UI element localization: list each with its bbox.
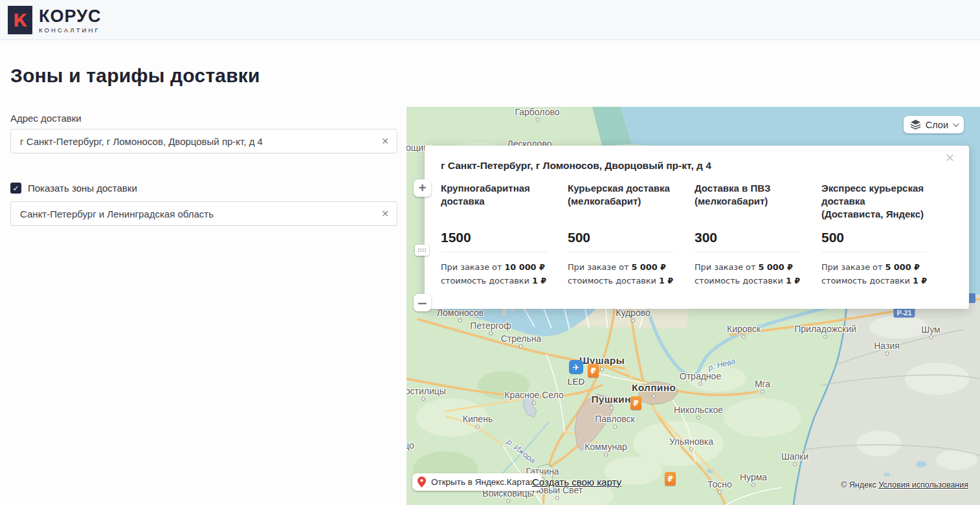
tariff-column-courier: Курьерская доставка (мелкогабарит) 500 П…	[568, 182, 695, 287]
map-label-garbolovo: Гарболово	[515, 107, 559, 117]
map-label-kipen: Кипень	[463, 414, 493, 424]
address-label: Адрес доставки	[10, 113, 397, 124]
map-label-mga: Мга	[755, 379, 770, 389]
region-field-wrap: ✕	[10, 201, 397, 226]
open-in-yandex-button[interactable]: Открыть в Яндекс.Картах	[412, 473, 542, 491]
tariff-price: 300	[695, 230, 821, 245]
map-label-pushkin: Пушкин	[591, 394, 630, 405]
logo-subtitle: КОНСАЛТИНГ	[39, 27, 101, 34]
map-label-strelna: Стрельна	[501, 333, 542, 344]
tariff-column-pickup: Доставка в ПВЗ (мелкогабарит) 300 При за…	[695, 182, 821, 287]
drag-dots-icon	[418, 248, 427, 252]
map-label-nikolskoe: Никольское	[674, 405, 723, 415]
tariff-column-bulky: Крупногабаритная доставка 1500 При заказ…	[441, 182, 568, 287]
map-label-pavlovsk: Павловск	[595, 414, 634, 424]
yandex-pin-icon	[418, 477, 426, 488]
delivery-panel: Зоны и тарифы доставки Адрес доставки ✕ …	[10, 65, 397, 226]
threshold-value: 5 000 ₽	[631, 262, 665, 272]
map-label-priladozhsky: Приладожский	[794, 324, 856, 334]
create-map-link[interactable]: Создать свою карту	[532, 477, 621, 488]
airport-code-label: LED	[568, 377, 585, 387]
show-zones-label: Показать зоны доставки	[28, 183, 137, 194]
plus-icon: +	[419, 181, 427, 196]
layers-icon	[910, 120, 921, 129]
map-label-gostilitsy: Гостилицы	[406, 386, 446, 396]
tariff-note: При заказе от 5 000 ₽ стоимость доставки…	[695, 260, 821, 287]
map-label-ulyanovka: Ульяновка	[669, 436, 713, 447]
map-label-shushary: Шушары	[579, 355, 625, 366]
zoom-out-button[interactable]: −	[414, 294, 431, 311]
tariff-price: 1500	[441, 230, 568, 245]
tariff-price: 500	[568, 230, 695, 245]
korus-logo-icon: К	[8, 6, 32, 34]
address-field-wrap: ✕	[10, 129, 397, 153]
divider	[441, 252, 547, 252]
map-label-kudrovo: Кудрово	[616, 308, 651, 318]
tariff-price: 500	[821, 230, 948, 245]
region-input[interactable]	[11, 202, 397, 225]
app-header: К КОРУС КОНСАЛТИНГ	[0, 0, 980, 40]
map-label-shapki: Шапки	[781, 451, 808, 462]
logo-title: КОРУС	[39, 7, 101, 25]
map-attribution: © Яндекс Условия использования	[841, 480, 968, 489]
unit-price-value: 1 ₽	[532, 276, 546, 286]
map-label-shum: Шум	[921, 324, 940, 335]
minus-icon: −	[417, 295, 428, 311]
threshold-value: 10 000 ₽	[504, 262, 544, 272]
map-label-kommunar: Коммунар	[585, 442, 627, 452]
divider	[695, 252, 801, 252]
region-clear-icon[interactable]: ✕	[381, 208, 389, 219]
zoom-in-button[interactable]: +	[414, 179, 431, 197]
map-label-kolpino: Колпино	[632, 382, 676, 394]
korus-logo[interactable]: К КОРУС КОНСАЛТИНГ	[8, 6, 101, 34]
layers-button[interactable]: Слои	[904, 116, 964, 133]
map-label-krasnoe-selo: Красное Село	[504, 390, 563, 400]
map-label-lomonosov: Ломоносов	[437, 308, 484, 318]
popup-close-icon[interactable]: ✕	[945, 151, 955, 164]
map-label-tosno: Тосно	[707, 479, 732, 489]
copyright-label: © Яндекс	[841, 480, 876, 489]
airplane-icon: ✈	[573, 363, 580, 372]
divider	[568, 252, 674, 252]
threshold-value: 5 000 ₽	[758, 262, 792, 272]
terms-link[interactable]: Условия использования	[878, 480, 968, 489]
map-label-nurma: Нурма	[740, 472, 767, 482]
open-in-yandex-label: Открыть в Яндекс.Картах	[431, 477, 535, 487]
chevron-down-icon	[953, 120, 959, 127]
tariffs-popup: г Санкт-Петербург, г Ломоносов, Дворцовы…	[425, 146, 969, 309]
map-label-naziya: Назия	[874, 341, 900, 351]
tariff-title: Доставка в ПВЗ (мелкогабарит)	[695, 182, 821, 230]
map-canvas[interactable]: Гарболово Лесколово Рощино Ломоносов Пет…	[406, 107, 980, 505]
show-zones-row: ✓ Показать зоны доставки	[10, 183, 397, 194]
tariff-note: При заказе от 5 000 ₽ стоимость доставки…	[821, 260, 948, 287]
ruble-poi-icon[interactable]: ₽	[630, 396, 641, 410]
zoom-slider-handle[interactable]	[415, 245, 429, 256]
tariff-column-express: Экспресс курьерская доставка (Достависта…	[821, 182, 948, 287]
unit-price-value: 1 ₽	[786, 276, 800, 286]
tariff-columns: Крупногабаритная доставка 1500 При заказ…	[441, 182, 969, 287]
map-label-fragment: цо	[406, 440, 414, 451]
tariff-title: Экспресс курьерская доставка (Достависта…	[821, 182, 948, 230]
unit-price-value: 1 ₽	[659, 276, 673, 286]
address-input[interactable]	[11, 129, 397, 153]
unit-price-value: 1 ₽	[913, 276, 927, 286]
ruble-poi-icon[interactable]: ₽	[665, 472, 676, 486]
map-label-petergof: Петергоф	[470, 320, 511, 331]
page-title: Зоны и тарифы доставки	[10, 65, 397, 87]
airport-icon[interactable]: ✈	[569, 360, 583, 374]
show-zones-checkbox[interactable]: ✓	[10, 183, 21, 194]
popup-address: г Санкт-Петербург, г Ломоносов, Дворцовы…	[441, 160, 969, 172]
tariff-title: Крупногабаритная доставка	[441, 182, 568, 230]
tariff-title: Курьерская доставка (мелкогабарит)	[568, 182, 695, 230]
map-label-kirovsk: Кировск	[727, 324, 761, 334]
tariff-note: При заказе от 10 000 ₽ стоимость доставк…	[441, 260, 568, 287]
ruble-poi-icon[interactable]: ₽	[588, 364, 599, 377]
road-shield-r21: Р-21	[893, 308, 915, 318]
map-label-otradnoe: Отрадное	[680, 371, 721, 381]
address-clear-icon[interactable]: ✕	[381, 136, 389, 146]
threshold-value: 5 000 ₽	[885, 262, 919, 272]
layers-label: Слои	[926, 120, 948, 130]
check-icon: ✓	[12, 185, 19, 192]
divider	[821, 252, 928, 252]
tariff-note: При заказе от 5 000 ₽ стоимость доставки…	[568, 260, 695, 287]
